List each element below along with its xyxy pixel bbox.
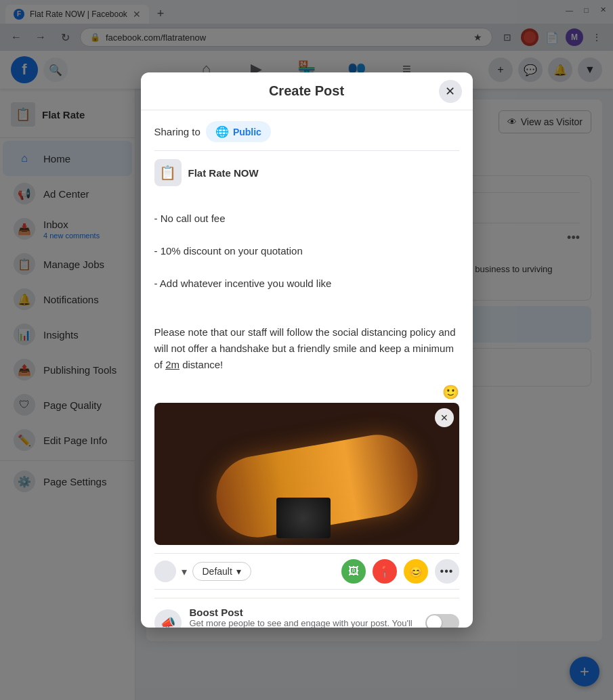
modal-toolbar: ▾ Default ▾ 🖼 📍 😊 ••• — [154, 553, 459, 590]
photo-toolbar-button[interactable]: 🖼 — [341, 559, 366, 584]
post-author-row: 📋 Flat Rate NOW — [154, 159, 459, 186]
post-text-underline: 2m — [165, 359, 179, 370]
smiley-icon[interactable]: 🙂 — [442, 384, 459, 400]
modal-avatar — [154, 561, 176, 582]
modal-body: Sharing to 🌐 Public 📋 Flat Rate NOW - No… — [141, 110, 473, 628]
image-remove-button[interactable]: ✕ — [435, 408, 454, 427]
post-author-icon: 📋 — [154, 159, 182, 186]
boost-post-icon: 📣 — [154, 609, 182, 628]
emoji-row: 🙂 — [154, 381, 459, 403]
modal-header: Create Post ✕ — [141, 72, 473, 110]
boost-post-text: Boost Post Get more people to see and en… — [190, 607, 417, 628]
sharing-label: Sharing to — [154, 126, 200, 137]
audience-default-label: Default — [203, 566, 232, 577]
post-text-end: distance! — [179, 359, 223, 370]
globe-icon: 🌐 — [215, 125, 229, 138]
boost-post-toggle[interactable] — [425, 614, 459, 628]
post-text-line-1: - No call out fee — [154, 213, 226, 224]
boost-post-title: Boost Post — [190, 607, 417, 618]
post-author-name: Flat Rate NOW — [188, 167, 259, 179]
sharing-option-label: Public — [233, 127, 261, 137]
emoji-toolbar-button[interactable]: 😊 — [404, 559, 428, 584]
avatar-dropdown-icon[interactable]: ▾ — [182, 565, 187, 578]
post-image-container: ✕ — [154, 403, 459, 545]
post-text-content: - No call out fee - 10% discount on your… — [154, 194, 459, 373]
sharing-public-button[interactable]: 🌐 Public — [206, 121, 271, 142]
modal-close-button[interactable]: ✕ — [439, 80, 462, 103]
boost-post-desc: Get more people to see and engage with y… — [190, 618, 417, 628]
more-toolbar-icon: ••• — [440, 565, 454, 577]
modal-title: Create Post — [269, 83, 344, 99]
post-text-line-3: - Add whatever incentive you would like — [154, 278, 332, 289]
post-image — [154, 403, 459, 545]
location-icon: 📍 — [378, 565, 392, 578]
sharing-row: Sharing to 🌐 Public — [154, 121, 459, 151]
audience-dropdown-button[interactable]: Default ▾ — [192, 562, 251, 581]
location-toolbar-button[interactable]: 📍 — [373, 559, 397, 584]
emoji-toolbar-icon: 😊 — [409, 565, 423, 578]
boost-post-section: 📣 Boost Post Get more people to see and … — [154, 598, 459, 628]
audience-arrow-icon: ▾ — [236, 566, 241, 577]
toggle-knob — [427, 615, 442, 628]
photo-icon: 🖼 — [348, 565, 359, 577]
post-text-line-2: - 10% discount on your quotation — [154, 245, 303, 257]
modal-overlay[interactable]: Create Post ✕ Sharing to 🌐 Public 📋 Flat… — [0, 0, 613, 700]
create-post-modal: Create Post ✕ Sharing to 🌐 Public 📋 Flat… — [141, 72, 473, 628]
more-toolbar-button[interactable]: ••• — [435, 559, 459, 584]
